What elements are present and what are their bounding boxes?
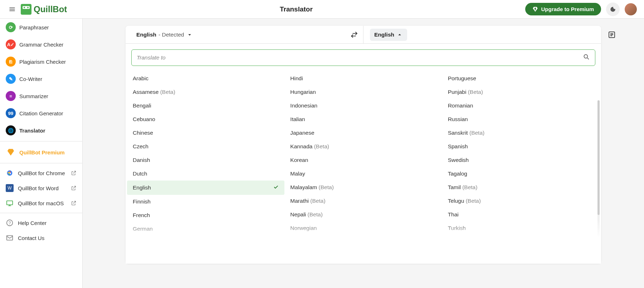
language-option-punjabi[interactable]: Punjabi (Beta) [442, 85, 600, 99]
target-pane: ArabicAssamese (Beta)BengaliCebuanoChine… [364, 44, 601, 264]
language-option-finnish[interactable]: Finnish [127, 195, 284, 208]
language-option-french[interactable]: French [127, 208, 284, 222]
language-option-turkish[interactable]: Turkish [442, 221, 600, 235]
extension-quillbot-for-chrome[interactable]: QuillBot for Chrome [0, 165, 82, 181]
external-link-icon [71, 185, 77, 191]
language-name: Tagalog [448, 171, 467, 177]
diamond-icon [532, 6, 538, 12]
sidebar-item-plagiarism-checker[interactable]: ⎘Plagiarism Checker [0, 53, 82, 70]
language-name: Japanese [290, 130, 314, 136]
language-name: Cebuano [133, 116, 155, 123]
language-option-bengali[interactable]: Bengali [127, 99, 284, 112]
ext-label: QuillBot for macOS [18, 200, 64, 206]
search-icon [583, 53, 590, 62]
language-option-italian[interactable]: Italian [284, 112, 442, 126]
svg-point-7 [584, 54, 587, 58]
nav-icon: ≡ [6, 91, 16, 101]
contact-label: Contact Us [18, 235, 44, 241]
language-option-cebuano[interactable]: Cebuano [127, 112, 284, 126]
language-option-swedish[interactable]: Swedish [442, 153, 600, 167]
notes-button[interactable] [608, 30, 616, 40]
menu-button[interactable] [7, 4, 17, 14]
page-title: Translator [67, 5, 525, 13]
language-option-malayalam[interactable]: Malayalam (Beta) [284, 181, 442, 194]
language-option-japanese[interactable]: Japanese [284, 126, 442, 140]
language-option-thai[interactable]: Thai [442, 208, 600, 221]
language-option-sanskrit[interactable]: Sanskrit (Beta) [442, 126, 600, 140]
language-option-indonesian[interactable]: Indonesian [284, 99, 442, 112]
language-name: Hindi [290, 75, 303, 82]
premium-diamond-icon [6, 147, 16, 157]
language-name: Romanian [448, 102, 473, 109]
language-dropdown: ArabicAssamese (Beta)BengaliCebuanoChine… [126, 44, 601, 264]
contact-us-button[interactable]: Contact Us [0, 230, 82, 245]
nav-icon: 🌐 [6, 125, 16, 135]
language-option-telugu[interactable]: Telugu (Beta) [442, 194, 600, 208]
nav-icon: ⎘ [6, 57, 16, 67]
extension-quillbot-for-macos[interactable]: QuillBot for macOS [0, 196, 82, 211]
language-option-assamese[interactable]: Assamese (Beta) [127, 85, 284, 99]
sidebar-item-paraphraser[interactable]: ⟳Paraphraser [0, 19, 82, 36]
language-row: English - Detected English [126, 26, 601, 44]
language-option-chinese[interactable]: Chinese [127, 126, 284, 140]
language-option-danish[interactable]: Danish [127, 153, 284, 167]
language-search-input[interactable] [137, 54, 583, 61]
language-name: German [133, 226, 153, 232]
language-option-spanish[interactable]: Spanish [442, 140, 600, 153]
language-name: Finnish [133, 198, 151, 205]
language-option-english[interactable]: English [127, 181, 284, 195]
language-name: Thai [448, 211, 459, 218]
divider [0, 163, 82, 163]
language-option-kannada[interactable]: Kannada (Beta) [284, 140, 442, 153]
language-name: Telugu (Beta) [448, 198, 481, 204]
language-option-dutch[interactable]: Dutch [127, 167, 284, 181]
detected-suffix: - Detected [158, 32, 184, 38]
scrollbar[interactable] [597, 100, 600, 236]
language-option-nepali[interactable]: Nepali (Beta) [284, 208, 442, 221]
language-option-hindi[interactable]: Hindi [284, 72, 442, 85]
sidebar-item-premium[interactable]: QuillBot Premium [0, 144, 82, 161]
target-language-button[interactable]: English [370, 29, 407, 41]
language-option-tagalog[interactable]: Tagalog [442, 167, 600, 181]
swap-languages-button[interactable] [348, 28, 361, 41]
sidebar-item-grammar-checker[interactable]: A✓Grammar Checker [0, 36, 82, 53]
logo[interactable]: QuillBot [21, 4, 67, 15]
sidebar-item-citation-generator[interactable]: 99Citation Generator [0, 105, 82, 122]
mail-icon [6, 234, 14, 242]
sidebar-item-co-writer[interactable]: ✎Co-Writer [0, 70, 82, 87]
language-option-korean[interactable]: Korean [284, 153, 442, 167]
source-language-button[interactable]: English - Detected [132, 29, 197, 41]
svg-text:?: ? [9, 221, 11, 226]
check-icon [273, 184, 279, 191]
language-name: Malay [290, 171, 305, 177]
sidebar-item-summarizer[interactable]: ≡Summarizer [0, 87, 82, 105]
ext-label: QuillBot for Word [18, 185, 59, 191]
language-option-marathi[interactable]: Marathi (Beta) [284, 194, 442, 208]
swap-icon [350, 31, 358, 39]
language-name: Danish [133, 157, 150, 163]
language-option-malay[interactable]: Malay [284, 167, 442, 181]
upgrade-button[interactable]: Upgrade to Premium [525, 3, 601, 15]
nav-icon: A✓ [6, 39, 16, 49]
sidebar-item-translator[interactable]: 🌐Translator [0, 122, 82, 139]
avatar[interactable] [625, 3, 637, 15]
help-center-button[interactable]: ? Help Center [0, 215, 82, 230]
language-option-norwegian[interactable]: Norwegian [284, 221, 442, 235]
language-option-portuguese[interactable]: Portuguese [442, 72, 600, 85]
language-option-czech[interactable]: Czech [127, 140, 284, 153]
night-mode-button[interactable] [606, 3, 620, 16]
app-icon [6, 199, 14, 207]
language-name: Norwegian [290, 225, 317, 231]
language-option-tamil[interactable]: Tamil (Beta) [442, 181, 600, 194]
language-option-german[interactable]: German [127, 222, 284, 236]
language-option-russian[interactable]: Russian [442, 112, 600, 126]
language-option-arabic[interactable]: Arabic [127, 72, 284, 85]
language-option-romanian[interactable]: Romanian [442, 99, 600, 112]
language-option-hungarian[interactable]: Hungarian [284, 85, 442, 99]
nav-label: Grammar Checker [19, 42, 63, 48]
extension-quillbot-for-word[interactable]: WQuillBot for Word [0, 181, 82, 196]
notes-icon [608, 30, 616, 39]
help-icon: ? [6, 219, 14, 227]
nav-label: Co-Writer [19, 76, 42, 82]
premium-label: QuillBot Premium [19, 149, 65, 155]
